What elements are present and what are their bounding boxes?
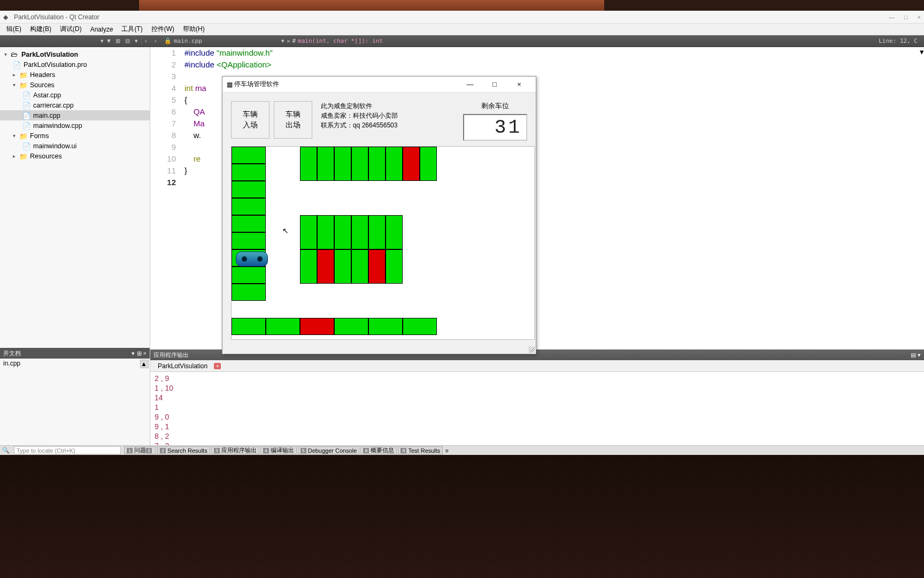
parking-slot	[300, 249, 317, 284]
car-out-button[interactable]: 车辆 出场	[274, 101, 312, 139]
parking-canvas: ↖	[231, 146, 535, 340]
menu-edit[interactable]: 辑(E)	[2, 25, 26, 34]
dialog-info-text: 此为咸鱼定制软件 咸鱼卖家：科技代码小卖部 联系方式：qq 2664556503	[321, 101, 398, 130]
status-panel[interactable]: 5Debugger Console	[298, 446, 360, 454]
menu-build[interactable]: 构建(B)	[26, 25, 56, 34]
source-file[interactable]: 📄carriercar.cpp	[0, 100, 150, 110]
status-panel[interactable]: 8Test Results	[398, 446, 443, 454]
source-file-selected[interactable]: 📄main.cpp	[0, 110, 150, 120]
expand-icon[interactable]: ⊞	[116, 37, 123, 45]
parking-slot	[232, 215, 266, 232]
form-file[interactable]: 📄mainwindow.ui	[0, 141, 150, 151]
parking-slot	[300, 147, 317, 181]
open-doc-item[interactable]: in.cpp	[3, 360, 147, 367]
output-header: 应用程序输出	[153, 351, 189, 359]
parking-slot	[317, 147, 334, 181]
parking-slot	[300, 215, 317, 249]
parking-slot	[368, 249, 386, 284]
car-in-button[interactable]: 车辆 入场	[231, 101, 270, 139]
parking-slot	[334, 318, 368, 335]
collapse-icon[interactable]: ⊟	[125, 37, 133, 45]
status-panel[interactable]: 4编译输出	[260, 446, 297, 454]
window-titlebar: ◆ ParkLotVisulation - Qt Creator — □ ×	[0, 11, 924, 24]
close-tab-icon[interactable]: ×	[287, 38, 290, 44]
line-col-indicator: Line: 12, C	[879, 37, 922, 44]
fold-icon[interactable]: ▾	[920, 47, 924, 349]
scroll-up-icon[interactable]: ▲	[140, 360, 149, 368]
parking-slot	[351, 147, 368, 181]
menu-widgets[interactable]: 控件(W)	[147, 25, 179, 34]
forms-folder[interactable]: ▾📁Forms	[0, 131, 150, 141]
symbol-crumb[interactable]: main(int, char *[]): int	[298, 37, 383, 44]
parking-slot	[386, 249, 403, 284]
menu-tools[interactable]: 工具(T)	[117, 25, 147, 34]
pro-file[interactable]: 📄ParkLotVisulation.pro	[0, 59, 150, 70]
source-file[interactable]: 📄Astar.cpp	[0, 90, 150, 100]
parking-slot	[232, 318, 266, 335]
parking-slot	[317, 249, 334, 284]
menubar: 辑(E) 构建(B) 调试(D) Analyze 工具(T) 控件(W) 帮助(…	[0, 24, 924, 35]
parking-slot	[386, 215, 403, 249]
editor-toolbar: ▾▼ ⊞ ⊟ ▾ ‹ › 🔒 main.cpp ▾ × # main(int, …	[0, 35, 924, 47]
maximize-button[interactable]: □	[904, 14, 908, 20]
parking-slot	[232, 284, 266, 301]
parking-slot	[368, 318, 403, 335]
remaining-label: 剩余车位	[463, 101, 527, 111]
dialog-title: 停车场管理软件	[234, 80, 279, 89]
remaining-lcd: 31	[463, 114, 527, 141]
parking-slot	[386, 147, 403, 181]
parking-slot	[368, 215, 386, 249]
parking-slot	[232, 181, 266, 198]
parking-slot	[351, 215, 368, 249]
parking-slot	[368, 147, 386, 181]
status-panel[interactable]: 6概要信息	[360, 446, 397, 454]
menu-help[interactable]: 帮助(H)	[179, 25, 209, 34]
close-output-tab-icon[interactable]: ×	[214, 363, 221, 369]
project-root[interactable]: ▾🗁ParkLotVisulation	[0, 49, 150, 59]
open-docs-list[interactable]: in.cpp ▲	[0, 359, 150, 455]
file-crumb[interactable]: main.cpp	[174, 37, 202, 44]
carrier-car	[236, 252, 268, 267]
source-file[interactable]: 📄mainwindow.cpp	[0, 120, 150, 131]
status-panel[interactable]: 1问题 2	[124, 446, 156, 454]
parking-slot	[232, 147, 266, 164]
statusbar: 🔍 Type to locate (Ctrl+K) 1问题 22Search R…	[0, 445, 924, 455]
nav-back-icon[interactable]: ‹	[145, 37, 152, 45]
output-tab[interactable]: ParkLotVisulation	[153, 361, 212, 371]
parking-dialog: ▦ 停车场管理软件 — □ × 车辆 入场 车辆 出场 此为咸鱼定制软件 咸鱼卖…	[222, 76, 536, 354]
search-icon[interactable]: 🔍	[0, 447, 12, 454]
nav-fwd-icon[interactable]: ›	[155, 37, 162, 45]
parking-slot	[334, 215, 351, 249]
mouse-cursor-icon: ↖	[282, 226, 289, 235]
menu-analyze[interactable]: Analyze	[86, 26, 118, 33]
dialog-icon: ▦	[227, 81, 233, 88]
menu-debug[interactable]: 调试(D)	[56, 25, 86, 34]
resources-folder[interactable]: ▸📁Resources	[0, 151, 150, 161]
dialog-minimize-button[interactable]: —	[458, 77, 482, 92]
parking-slot	[351, 249, 368, 284]
parking-slot	[317, 215, 334, 249]
parking-slot	[334, 147, 351, 181]
resize-grip[interactable]	[528, 346, 535, 353]
headers-folder[interactable]: ▸📁Headers	[0, 70, 150, 80]
panels-menu-icon[interactable]: ≡	[443, 447, 450, 454]
dialog-close-button[interactable]: ×	[507, 77, 532, 92]
parking-slot	[403, 318, 437, 335]
parking-slot	[403, 147, 420, 181]
parking-slot	[300, 318, 334, 335]
sources-folder[interactable]: ▾📁Sources	[0, 80, 150, 90]
parking-slot	[266, 318, 300, 335]
lock-icon: 🔒	[164, 37, 172, 45]
filter-icon[interactable]: ▼	[106, 37, 113, 45]
locator-input[interactable]: Type to locate (Ctrl+K)	[14, 446, 121, 454]
status-panel[interactable]: 3应用程序输出	[211, 446, 259, 454]
parking-slot	[420, 147, 437, 181]
parking-slot	[232, 164, 266, 181]
status-panel[interactable]: 2Search Results	[157, 446, 210, 454]
close-button[interactable]: ×	[918, 14, 921, 20]
dialog-maximize-button[interactable]: □	[482, 77, 507, 92]
project-tree[interactable]: ▾🗁ParkLotVisulation 📄ParkLotVisulation.p…	[0, 47, 150, 348]
output-pane[interactable]: 2 , 91 , 101419 , 09 , 18 , 27 , 2	[150, 372, 924, 455]
minimize-button[interactable]: —	[889, 14, 895, 20]
parking-slot	[232, 198, 266, 215]
